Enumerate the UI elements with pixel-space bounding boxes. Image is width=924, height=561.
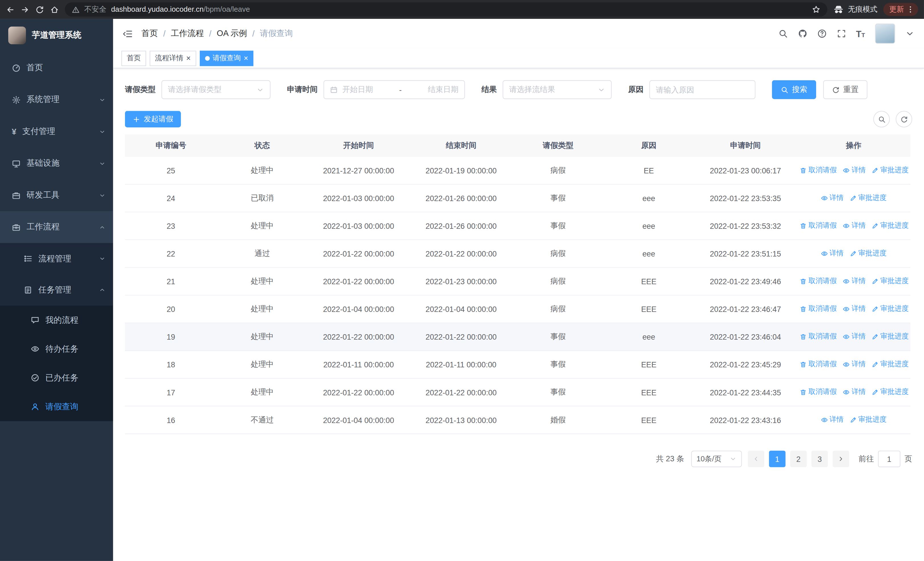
user-avatar[interactable] [875, 24, 895, 44]
action-label: 取消请假 [808, 221, 837, 231]
detail-action[interactable]: 详情 [843, 221, 866, 231]
font-size-icon[interactable]: TT [856, 29, 865, 39]
back-icon[interactable] [6, 5, 15, 14]
create-leave-label: 发起请假 [144, 114, 173, 124]
cancel-leave-action[interactable]: 取消请假 [800, 387, 837, 397]
row-actions: 取消请假详情审批进度 [797, 276, 910, 286]
cancel-leave-action[interactable]: 取消请假 [800, 165, 837, 175]
breadcrumb-item[interactable]: OA 示例 [217, 28, 247, 39]
detail-action[interactable]: 详情 [821, 193, 844, 203]
main-area: 首页/ 工作流程/ OA 示例/ 请假查询 TT 首页流程详情×请假查询× 请假… [113, 19, 924, 561]
cancel-leave-action[interactable]: 取消请假 [800, 332, 837, 341]
sidebar-item-请假查询[interactable]: 请假查询 [0, 392, 113, 421]
detail-action[interactable]: 详情 [843, 359, 866, 369]
detail-action[interactable]: 详情 [821, 248, 844, 259]
detail-action[interactable]: 详情 [843, 387, 866, 397]
collapse-sidebar-icon[interactable] [123, 29, 133, 39]
create-leave-button[interactable]: 发起请假 [125, 111, 181, 127]
goto-page-input[interactable] [878, 451, 900, 467]
tab-首页[interactable]: 首页 [121, 51, 146, 66]
edit-icon [872, 167, 879, 174]
approval-progress-action[interactable]: 审批进度 [849, 248, 886, 259]
sidebar-item-支付管理[interactable]: ¥支付管理 [0, 116, 113, 148]
forward-icon[interactable] [21, 5, 29, 14]
sidebar-item-label: 已办任务 [45, 373, 78, 383]
sidebar-item-我的流程[interactable]: 我的流程 [0, 305, 113, 334]
action-label: 审批进度 [880, 221, 909, 231]
tab-请假查询[interactable]: 请假查询× [200, 51, 254, 66]
approval-progress-action[interactable]: 审批进度 [872, 332, 909, 341]
approval-progress-action[interactable]: 审批进度 [872, 276, 909, 286]
approval-progress-action[interactable]: 审批进度 [849, 193, 886, 203]
toggle-search-button[interactable] [873, 111, 890, 127]
sidebar-item-label: 我的流程 [45, 315, 78, 325]
table-cell: 2022-01-22 23:53:35 [694, 194, 797, 203]
reset-button[interactable]: 重置 [823, 80, 867, 99]
help-icon[interactable] [817, 29, 827, 38]
sidebar-item-基础设施[interactable]: 基础设施 [0, 147, 113, 179]
breadcrumb: 首页/ 工作流程/ OA 示例/ 请假查询 [141, 28, 293, 39]
detail-action[interactable]: 详情 [843, 332, 866, 341]
home-icon[interactable] [50, 5, 59, 14]
page-button-3[interactable]: 3 [812, 451, 828, 467]
detail-action[interactable]: 详情 [821, 415, 844, 425]
approval-progress-action[interactable]: 审批进度 [872, 387, 909, 397]
breadcrumb-item[interactable]: 工作流程 [171, 28, 204, 39]
sidebar-item-研发工具[interactable]: 研发工具 [0, 179, 113, 211]
fullscreen-icon[interactable] [837, 29, 846, 38]
sidebar-item-工作流程[interactable]: 工作流程 [0, 211, 113, 243]
approval-progress-action[interactable]: 审批进度 [872, 304, 909, 314]
sidebar-item-任务管理[interactable]: 任务管理 [0, 274, 113, 305]
apply-time-range-picker[interactable]: 开始日期 - 结束日期 [324, 80, 465, 99]
approval-progress-action[interactable]: 审批进度 [872, 165, 909, 175]
tab-close-icon[interactable]: × [244, 54, 248, 62]
sidebar-item-待办任务[interactable]: 待办任务 [0, 334, 113, 363]
cancel-leave-action[interactable]: 取消请假 [800, 276, 837, 286]
table-cell: 处理中 [217, 332, 308, 342]
eye-icon [843, 361, 850, 368]
page-button-2[interactable]: 2 [790, 451, 807, 467]
approval-progress-action[interactable]: 审批进度 [849, 415, 886, 425]
approval-progress-action[interactable]: 审批进度 [872, 359, 909, 369]
prev-page-button[interactable] [748, 451, 764, 467]
github-icon[interactable] [798, 29, 807, 38]
approval-progress-action[interactable]: 审批进度 [872, 221, 909, 231]
refresh-table-button[interactable] [896, 111, 912, 127]
sidebar-item-已办任务[interactable]: 已办任务 [0, 363, 113, 392]
table-cell: 婚假 [513, 415, 603, 425]
page-button-1[interactable]: 1 [769, 451, 786, 467]
tab-close-icon[interactable]: × [186, 54, 191, 62]
chevron-down-icon [597, 86, 605, 93]
avatar-chevron-down-icon[interactable] [905, 29, 915, 38]
table-cell: 21 [125, 277, 217, 286]
cancel-leave-action[interactable]: 取消请假 [800, 359, 837, 369]
eye-icon [843, 222, 850, 229]
detail-action[interactable]: 详情 [843, 304, 866, 314]
next-page-button[interactable] [832, 451, 849, 467]
cancel-leave-action[interactable]: 取消请假 [800, 304, 837, 314]
page-size-select[interactable]: 10条/页 [691, 451, 742, 467]
cancel-leave-action[interactable]: 取消请假 [800, 221, 837, 231]
detail-action[interactable]: 详情 [843, 165, 866, 175]
breadcrumb-item[interactable]: 首页 [141, 28, 158, 39]
update-button[interactable]: 更新 [883, 3, 918, 16]
result-select[interactable]: 请选择流结果 [502, 80, 612, 99]
chevron-left-icon [753, 455, 760, 462]
search-icon[interactable] [778, 29, 788, 38]
tab-流程详情[interactable]: 流程详情× [150, 51, 196, 66]
bookmark-star-icon[interactable] [812, 5, 820, 14]
column-header: 结束时间 [410, 140, 513, 151]
sidebar-item-首页[interactable]: 首页 [0, 52, 113, 84]
browser-menu-dots-icon[interactable] [906, 5, 915, 14]
sidebar-item-流程管理[interactable]: 流程管理 [0, 243, 113, 274]
reason-input[interactable] [650, 80, 756, 99]
action-label: 详情 [829, 248, 843, 259]
address-bar[interactable]: 不安全 dashboard.yudao.iocoder.cn/bpm/oa/le… [65, 2, 827, 17]
leave-type-select[interactable]: 请选择请假类型 [162, 80, 270, 99]
search-button[interactable]: 搜索 [772, 80, 816, 99]
detail-action[interactable]: 详情 [843, 276, 866, 286]
reload-icon[interactable] [35, 5, 44, 14]
sidebar-item-系统管理[interactable]: 系统管理 [0, 84, 113, 116]
task-icon [24, 285, 33, 294]
table-row: 20处理中2022-01-04 00:00:002022-01-04 00:00… [125, 296, 910, 323]
